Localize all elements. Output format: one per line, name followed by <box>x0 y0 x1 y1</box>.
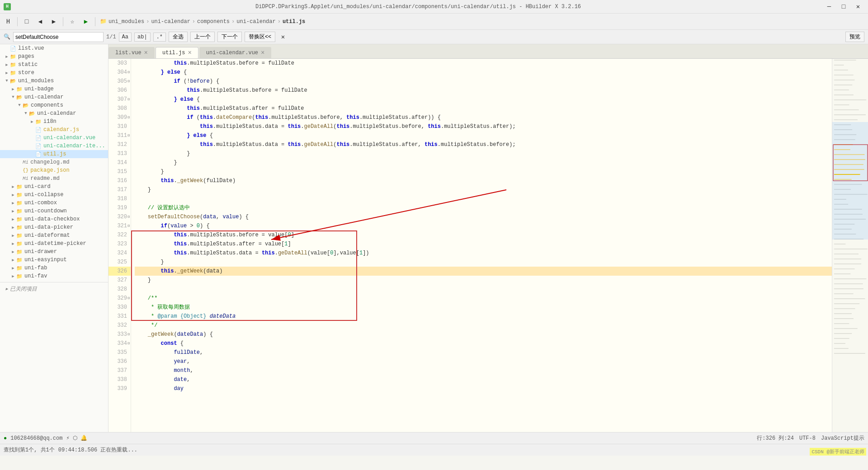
code-content[interactable]: this.multipleStatus.before = fullDate } … <box>131 59 832 432</box>
sidebar-item-uni-dateformat[interactable]: ▶ 📁 uni-dateformat <box>0 231 108 240</box>
sidebar-item-pages[interactable]: ▶ 📁 pages <box>0 52 108 61</box>
sidebar-item-label: uni-combox <box>24 200 57 206</box>
next-button[interactable]: 下一个 <box>217 32 242 42</box>
folder-icon: 📁 <box>10 54 16 60</box>
tab-close-icon[interactable]: × <box>188 49 191 56</box>
toolbar-new[interactable]: □ <box>20 15 33 28</box>
sidebar-item-list-vue[interactable]: 📄 list.vue <box>0 44 108 52</box>
sidebar-item-changelog[interactable]: Mi changelog.md <box>0 158 108 166</box>
sidebar-item-label: pages <box>18 53 34 60</box>
sidebar-item-uni-datetime-picker[interactable]: ▶ 📁 uni-datetime-picker <box>0 240 108 248</box>
maximize-button[interactable]: □ <box>837 2 850 12</box>
findbar: 🔍 1/1 Aa ab| .* 全选 上一个 下一个 替换区<< ✕ 预览 <box>0 30 868 44</box>
sidebar-item-uni-data-picker[interactable]: ▶ 📁 uni-data-picker <box>0 223 108 231</box>
arrow-icon: ▶ <box>10 241 16 246</box>
code-line-312: this.multipleStatus.data = this.geDateAl… <box>135 140 832 149</box>
sidebar-item-uni-card[interactable]: ▶ 📁 uni-card <box>0 183 108 191</box>
code-line-320: setDefaultChoose(data, value) { <box>135 212 832 221</box>
folder-icon: 📁 <box>16 233 23 239</box>
code-line-304: } else { <box>135 68 832 77</box>
sidebar-item-uni_modules[interactable]: ▼ 📂 uni_modules <box>0 77 108 85</box>
line-num-309[interactable]: 309 ⊟ <box>108 113 131 122</box>
find-input[interactable] <box>13 32 104 42</box>
toolbar-forward[interactable]: ▶ <box>47 15 60 28</box>
sidebar-item-uni-calendar[interactable]: ▼ 📂 uni-calendar <box>0 93 108 101</box>
select-all-button[interactable]: 全选 <box>169 32 188 42</box>
sidebar-item-i18n[interactable]: ▶ 📁 i18n <box>0 118 108 126</box>
line-num-334[interactable]: 334 ⊟ <box>108 339 131 348</box>
sidebar-item-components[interactable]: ▼ 📂 components <box>0 101 108 109</box>
line-num-311[interactable]: 311 ⊟ <box>108 131 131 140</box>
word-icon[interactable]: ab| <box>134 33 151 42</box>
sidebar-item-uni-drawer[interactable]: ▶ 📁 uni-drawer <box>0 248 108 256</box>
line-num-333[interactable]: 333 ⊟ <box>108 330 131 339</box>
sidebar-item-uni-countdown[interactable]: ▶ 📁 uni-countdown <box>0 207 108 215</box>
sidebar-item-uni-badge[interactable]: ▶ 📁 uni-badge <box>0 85 108 93</box>
sidebar-item-label: changelog.md <box>30 159 69 165</box>
replace-toggle-button[interactable]: 替换区<< <box>245 32 275 42</box>
sidebar-item-readme[interactable]: Mi readme.md <box>0 174 108 183</box>
minimize-button[interactable]: ─ <box>823 2 835 12</box>
sidebar-item-label: uni-card <box>24 183 51 190</box>
breadcrumb-components[interactable]: components <box>197 19 230 25</box>
sidebar-closed-projects[interactable]: ▶ 已关闭项目 <box>0 284 108 294</box>
regex-icon[interactable]: .* <box>153 33 166 42</box>
aa-icon[interactable]: Aa <box>119 33 132 42</box>
status-icons: ⚡ ⬡ 🔔 <box>66 435 87 442</box>
sidebar-item-uni-calendar-vue[interactable]: 📄 uni-calendar.vue <box>0 134 108 142</box>
breadcrumb-uni_modules[interactable]: uni_modules <box>108 19 144 25</box>
sidebar-item-uni-data-checkbox[interactable]: ▶ 📁 uni-data-checkbox <box>0 215 108 223</box>
sidebar-item-label: calendar.js <box>43 127 79 133</box>
folder-icon: 📁 <box>16 184 23 190</box>
sidebar-item-store[interactable]: ▶ 📁 store <box>0 69 108 77</box>
sidebar-item-static[interactable]: ▶ 📁 static <box>0 61 108 69</box>
tab-util-js[interactable]: util.js × <box>156 47 198 58</box>
sidebar-item-label: store <box>18 70 34 76</box>
line-num-305[interactable]: 305 ⊟ <box>108 77 131 86</box>
sidebar-item-package-json[interactable]: {} package.json <box>0 166 108 174</box>
language-info: JavaScript提示 <box>821 434 864 442</box>
sidebar-item-uni-combox[interactable]: ▶ 📁 uni-combox <box>0 199 108 207</box>
line-num-336: 336 <box>108 357 131 366</box>
tab-list-vue[interactable]: list.vue × <box>108 47 155 58</box>
tabs: list.vue × util.js × uni-calendar.vue × <box>108 44 868 59</box>
sidebar-item-label: uni-calendar.vue <box>43 135 95 141</box>
sidebar-item-uni-collapse[interactable]: ▶ 📁 uni-collapse <box>0 191 108 199</box>
tab-close-icon[interactable]: × <box>261 49 264 56</box>
sidebar-item-uni-calendar-sub[interactable]: ▼ 📂 uni-calendar <box>0 109 108 118</box>
arrow-icon: ▶ <box>10 87 16 92</box>
breadcrumb-uni-calendar2[interactable]: uni-calendar <box>236 19 275 25</box>
code-line-310: this.multipleStatus.data = this.geDateAl… <box>135 122 832 131</box>
breadcrumb-uni-calendar[interactable]: uni-calendar <box>151 19 190 25</box>
line-num-304[interactable]: 304 ⊟ <box>108 68 131 77</box>
prev-button[interactable]: 上一个 <box>190 32 215 42</box>
close-button[interactable]: ✕ <box>852 2 864 12</box>
folder-icon: 📁 <box>10 62 16 68</box>
code-line-333: _getWeek(dateData) { <box>135 330 832 339</box>
code-editor[interactable]: 303 304 ⊟ 305 ⊟ 306 307 ⊟ 308 309 ⊟ 310 … <box>108 59 868 432</box>
find-close-button[interactable]: ✕ <box>278 32 288 42</box>
toolbar-bookmark[interactable]: ☆ <box>66 15 79 28</box>
line-num-329[interactable]: 329 ⊟ <box>108 294 131 303</box>
toolbar-back[interactable]: ◀ <box>34 15 47 28</box>
sidebar-item-util-js[interactable]: 📄 util.js <box>0 150 108 158</box>
tab-uni-calendar-vue[interactable]: uni-calendar.vue × <box>199 47 272 58</box>
sidebar-item-uni-fab[interactable]: ▶ 📁 uni-fab <box>0 264 108 272</box>
tab-close-icon[interactable]: × <box>144 49 148 56</box>
toolbar-run[interactable]: ▶ <box>80 15 92 28</box>
line-num-320[interactable]: 320 ⊟ <box>108 212 131 221</box>
sidebar-item-calendar-js[interactable]: 📄 calendar.js <box>0 126 108 134</box>
toolbar-home[interactable]: H <box>2 15 14 28</box>
preview-button[interactable]: 预览 <box>845 32 864 42</box>
breadcrumb-util-js[interactable]: util.js <box>283 19 305 25</box>
sidebar-item-uni-fav[interactable]: ▶ 📁 uni-fav <box>0 272 108 280</box>
sidebar-item-label: package.json <box>30 167 69 174</box>
line-num-307[interactable]: 307 ⊟ <box>108 95 131 104</box>
sidebar-item-uni-calendar-ite[interactable]: 📄 uni-calendar-ite... <box>0 142 108 150</box>
titlebar-controls[interactable]: ─ □ ✕ <box>823 2 864 12</box>
folder-icon: 📁 <box>16 86 23 92</box>
code-line-325: } <box>135 258 832 267</box>
line-num-321[interactable]: 321 ⊟ <box>108 221 131 230</box>
sidebar-item-uni-easyinput[interactable]: ▶ 📁 uni-easyinput <box>0 256 108 264</box>
line-num-306: 306 <box>108 86 131 95</box>
